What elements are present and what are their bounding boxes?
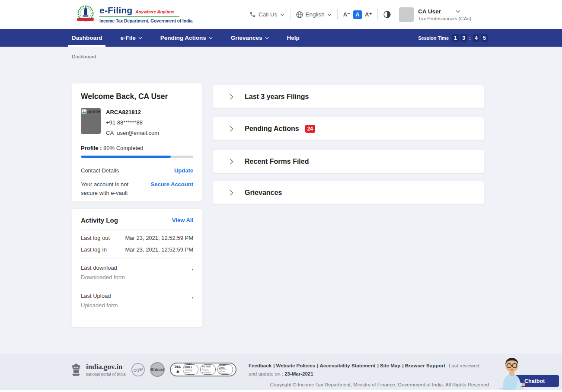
nav-label: e-File (121, 35, 136, 41)
activity-label: Last Upload (81, 293, 111, 299)
chatbot-assistant-icon[interactable] (496, 354, 527, 390)
nav-item-dashboard[interactable]: Dashboard (72, 29, 112, 47)
site-map-link[interactable]: Site Map (380, 363, 405, 368)
divider (337, 9, 338, 20)
activity-label: Last log out (81, 235, 110, 241)
iso-20000-badge: ISO/IEC 20000-1 Information Technology S… (183, 364, 198, 375)
nav-item-grievances[interactable]: Grievances (222, 29, 278, 47)
accordion-title: Last 3 years Filings (245, 93, 309, 101)
chatbot-widget: Chatbot (496, 354, 560, 390)
footer: india.gov.in national portal of india CQ… (0, 354, 562, 390)
broken-image-icon (81, 109, 87, 115)
divider (290, 9, 291, 20)
activity-sublabel: Downloaded form (81, 274, 193, 280)
session-colon: : (469, 34, 471, 42)
profile-progress-bar (81, 156, 193, 158)
call-us-menu[interactable]: Call Us (249, 11, 284, 18)
contrast-toggle[interactable] (383, 11, 391, 18)
activity-label: Last log In (81, 246, 107, 253)
chevron-down-icon (138, 37, 142, 39)
accordion-title: Recent Forms Filed (245, 158, 309, 166)
activity-value: , (192, 265, 193, 271)
header-controls: Call Us English A⁻ A A⁺ (249, 0, 471, 29)
evault-line2: secure with e-vault (81, 190, 128, 196)
logo-tagline: Anywhere Anytime (135, 10, 174, 14)
national-emblem-icon (71, 363, 81, 376)
accordion-grievances[interactable]: Grievances (213, 181, 484, 204)
session-digit: 4 (473, 34, 479, 42)
profile-completion-label: Profile : (81, 145, 102, 151)
update-link[interactable]: Update (174, 167, 193, 174)
session-digit: 3 (460, 34, 467, 42)
font-default-button[interactable]: A (353, 10, 362, 19)
activity-label: Last download (81, 265, 117, 271)
bsi-certification-badge: bsi. ♥ ISO/IEC 20000-1 Information Techn… (170, 363, 236, 376)
chevron-down-icon (209, 37, 213, 39)
nav-item-efile[interactable]: e-File (112, 29, 151, 47)
accordion-recent-forms-filed[interactable]: Recent Forms Filed (213, 150, 484, 173)
india-gov-link[interactable]: india.gov.in national portal of india (86, 363, 125, 376)
accordion-last-3-years-filings[interactable]: Last 3 years Filings (213, 85, 484, 108)
main-navbar: Dashboard e-File Pending Actions Grievan… (0, 29, 562, 47)
chevron-down-icon (456, 10, 460, 13)
activity-row-logout: Last log out Mar 23, 2021, 12:52:59 PM (81, 235, 193, 241)
font-decrease-button[interactable]: A⁻ (343, 11, 350, 18)
evault-warning-text: Your account is not secure with e-vault (81, 180, 128, 198)
top-header: e-Filing Anywhere Anytime Income Tax Dep… (0, 0, 562, 29)
bsi-logo: bsi. (174, 365, 181, 369)
activity-log-card: Activity Log View All Last log out Mar 2… (72, 208, 202, 328)
phone-icon (249, 11, 256, 18)
session-digit: 1 (452, 34, 459, 42)
globe-icon (296, 11, 303, 18)
cqw-certification-badge: CQW (130, 362, 146, 378)
iso-22301-badge: ISO 22301 Business Continuity Management (200, 364, 216, 375)
avatar (399, 7, 414, 22)
nav-item-pending-actions[interactable]: Pending Actions (151, 29, 222, 47)
nav-item-help[interactable]: Help (278, 29, 309, 47)
breadcrumb[interactable]: Dashboard (72, 54, 96, 59)
chevron-down-icon (265, 37, 269, 39)
divider (377, 9, 378, 20)
activity-row-login: Last log In Mar 23, 2021, 12:52:59 PM (81, 246, 193, 253)
accordion-title: Pending Actions (245, 125, 299, 133)
logo-divider (99, 16, 179, 17)
bsi-kitemark-icon: ♥ (176, 369, 179, 374)
user-role: Tax Professionals (CAs) (418, 16, 471, 21)
accordion-pending-actions[interactable]: Pending Actions 24 (213, 117, 484, 140)
view-all-link[interactable]: View All (172, 217, 193, 223)
session-time-label: Session Time (418, 35, 449, 41)
efiling-logo[interactable]: e-Filing Anywhere Anytime Income Tax Dep… (76, 4, 192, 24)
session-timer: Session Time 1 3 : 4 5 (418, 29, 488, 47)
iso-27001-badge: ISO/IEC 27001 Information Security Manag… (217, 364, 233, 375)
session-digit: 5 (481, 34, 488, 42)
income-tax-emblem-icon (76, 4, 96, 24)
divider (81, 258, 193, 258)
logo-subtitle: Income Tax Department, Government of Ind… (99, 19, 192, 23)
language-label: English (306, 11, 325, 18)
call-us-label: Call Us (259, 11, 278, 18)
user-menu[interactable]: CA User Tax Professionals (CAs) (399, 7, 471, 22)
language-menu[interactable]: English (296, 11, 332, 18)
contact-details-label: Contact Details (81, 167, 119, 174)
accessibility-statement-link[interactable]: Accessibility Statement (319, 363, 380, 368)
nav-label: Dashboard (72, 35, 102, 41)
nav-label: Grievances (231, 35, 262, 41)
nav-label: Help (287, 35, 300, 41)
activity-sublabel: Uploaded form (81, 302, 193, 309)
welcome-title: Welcome Back, CA User (81, 92, 193, 101)
user-email: CA_user@email.com (106, 130, 159, 136)
chevron-right-icon (230, 126, 233, 132)
website-policies-link[interactable]: Website Policies (276, 363, 319, 368)
font-increase-button[interactable]: A⁺ (365, 11, 372, 18)
secure-account-link[interactable]: Secure Account (151, 180, 194, 189)
browser-support-link[interactable]: Browser Support (405, 363, 445, 368)
entrust-certification-badge: Entrust (150, 362, 165, 377)
chevron-right-icon (230, 94, 233, 100)
activity-value: Mar 23, 2021, 12:52:59 PM (125, 235, 193, 241)
chevron-down-icon (327, 13, 332, 16)
activity-value: Mar 23, 2021, 12:52:59 PM (125, 246, 193, 253)
activity-value: , (192, 293, 193, 299)
feedback-link[interactable]: Feedback (249, 363, 276, 368)
profile-image-broken: profile (81, 108, 101, 134)
logo-title: e-Filing (99, 5, 132, 16)
